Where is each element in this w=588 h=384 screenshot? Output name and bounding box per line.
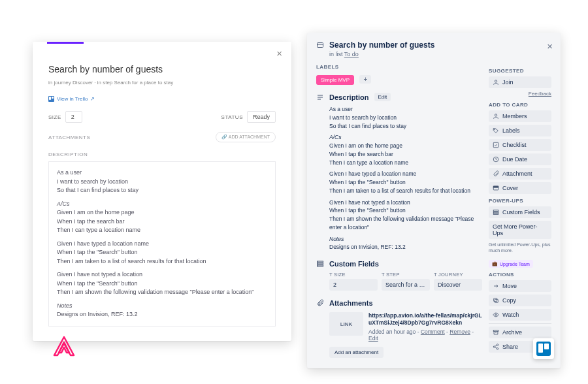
description-label: DESCRIPTION (48, 152, 276, 157)
suggested-heading: SUGGESTED (489, 68, 551, 74)
add-attachment-button[interactable]: 🔗 ADD ATTACHMENT (216, 132, 276, 142)
due-date-button[interactable]: Due Date (489, 153, 551, 165)
status-select[interactable]: Ready (247, 111, 276, 123)
svg-rect-15 (493, 210, 498, 212)
attachment-edit-link[interactable]: Edit (368, 335, 378, 342)
accent-bar (47, 42, 84, 44)
attachment-thumb: LINK (329, 312, 363, 336)
trello-icon (48, 96, 54, 102)
divider (489, 323, 551, 324)
story-title: Search by number of guests (48, 64, 276, 74)
attachment-comment-link[interactable]: Comment (421, 328, 445, 335)
card-title[interactable]: Search by number of guests (329, 40, 434, 50)
cf-step-label: T STEP (382, 272, 430, 278)
members-button[interactable]: Members (489, 110, 551, 122)
attachments-label: ATTACHMENTS (48, 135, 90, 140)
promo-text: Get unlimited Power-Ups, plus much more. (489, 242, 551, 253)
cf-size-input[interactable]: 2 (329, 279, 378, 291)
description-editor[interactable]: As a userI want to search by locationSo … (48, 161, 276, 327)
edit-description-button[interactable]: Edit (374, 93, 391, 101)
breadcrumb: in journey Discover · in step Search for… (48, 80, 276, 86)
svg-rect-17 (493, 214, 498, 215)
cf-journey-label: T JOURNEY (434, 272, 482, 278)
svg-rect-19 (494, 298, 497, 302)
description-icon (316, 93, 324, 101)
svg-point-9 (495, 114, 497, 116)
add-label-button[interactable]: + (359, 75, 371, 84)
svg-point-20 (495, 314, 497, 316)
get-more-powerups-button[interactable]: Get More Power-Ups (489, 221, 551, 239)
status-label: STATUS (221, 114, 243, 120)
labels-heading: LABELS (316, 64, 482, 70)
add-to-card-heading: ADD TO CARD (489, 102, 551, 108)
size-label: SIZE (48, 114, 61, 120)
actions-heading: ACTIONS (489, 272, 551, 278)
custom-fields-button[interactable]: Custom Fields (489, 206, 551, 218)
archive-button[interactable]: Archive (489, 327, 551, 338)
svg-rect-6 (318, 263, 323, 264)
cf-size-label: T SIZE (329, 272, 378, 278)
trello-logo (533, 338, 554, 359)
card-icon (316, 41, 324, 49)
checklist-button[interactable]: Checklist (489, 139, 551, 151)
description-body[interactable]: As a userI want to search by locationSo … (329, 105, 482, 251)
svg-rect-0 (318, 43, 323, 48)
svg-rect-7 (318, 265, 323, 266)
meta-row: SIZE 2 STATUS Ready (48, 111, 276, 123)
svg-rect-16 (493, 212, 498, 213)
cf-step-input[interactable]: Search for a place ... (382, 279, 430, 291)
feedback-link[interactable]: Feedback (489, 91, 551, 97)
join-button[interactable]: Join (489, 76, 551, 88)
crumb-journey[interactable]: Discover (73, 80, 93, 86)
svg-rect-18 (495, 300, 498, 303)
cover-button[interactable]: Cover (489, 182, 551, 194)
svg-rect-5 (318, 261, 323, 263)
add-attachment-button[interactable]: Add an attachment (329, 347, 384, 358)
description-heading: Description (329, 93, 369, 101)
watch-button[interactable]: Watch (489, 309, 551, 321)
attachment-item[interactable]: LINK https://app.avion.io/a/the-fellas/m… (329, 312, 482, 342)
in-list: in list To do (329, 51, 551, 57)
svg-point-8 (495, 80, 497, 82)
close-icon[interactable]: × (547, 40, 553, 52)
svg-rect-11 (493, 142, 498, 148)
power-ups-heading: POWER-UPS (489, 198, 551, 204)
avion-logo (52, 336, 76, 357)
attachment-url: https://app.avion.io/a/the-fellas/map/ck… (368, 312, 482, 327)
attachment-remove-link[interactable]: Remove (449, 328, 470, 335)
custom-fields-icon (316, 260, 324, 268)
svg-point-22 (497, 344, 498, 346)
move-button[interactable]: Move (489, 280, 551, 292)
attachment-button[interactable]: Attachment (489, 168, 551, 180)
svg-point-10 (495, 129, 495, 130)
svg-rect-21 (493, 330, 498, 332)
attachment-icon (316, 299, 324, 307)
custom-fields-heading: Custom Fields (329, 260, 379, 268)
crumb-step[interactable]: Search for a place to stay (114, 80, 174, 86)
view-in-trello-link[interactable]: View in Trello ↗ (48, 96, 276, 102)
svg-point-24 (497, 348, 498, 350)
svg-rect-14 (493, 186, 498, 187)
attachments-heading: Attachments (329, 299, 373, 307)
size-input[interactable]: 2 (65, 111, 82, 123)
trello-card: × Search by number of guests in list To … (307, 33, 561, 368)
cf-journey-input[interactable]: Discover (434, 279, 482, 291)
attachment-meta: Added an hour ago - Comment - Remove - E… (368, 328, 482, 342)
upgrade-team-button[interactable]: 💼 Upgrade Team (489, 260, 533, 268)
svg-point-23 (493, 346, 495, 348)
labels-button[interactable]: Labels (489, 125, 551, 136)
copy-button[interactable]: Copy (489, 295, 551, 306)
label-chip[interactable]: Simple MVP (316, 75, 354, 85)
list-link[interactable]: To do (344, 51, 359, 57)
close-icon[interactable]: × (276, 48, 282, 58)
avion-story-card: × Search by number of guests in journey … (33, 42, 291, 341)
